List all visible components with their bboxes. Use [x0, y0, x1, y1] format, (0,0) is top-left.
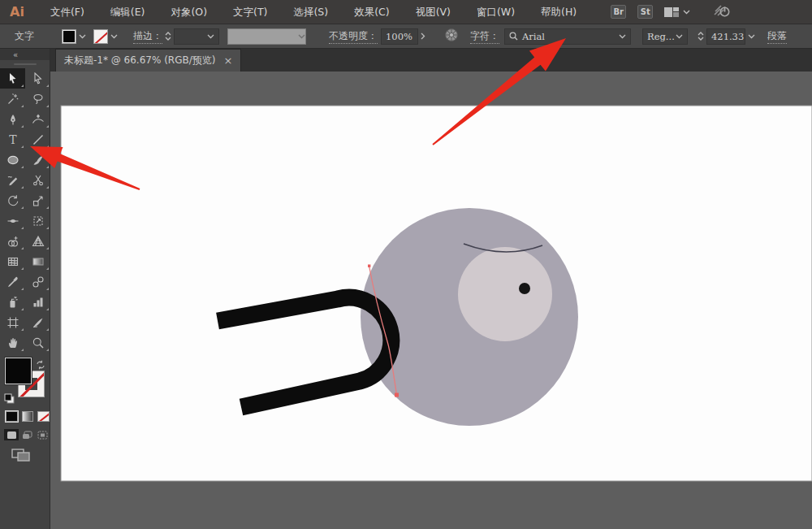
paintbrush-tool-icon[interactable]	[25, 150, 50, 170]
curvature-tool-icon[interactable]	[25, 109, 50, 129]
illustrator-logo: Ai	[10, 4, 24, 20]
draw-normal-button[interactable]	[4, 429, 19, 440]
control-bar: 文字 描边： 不透明度： 100% 字符： Arial Reg...	[0, 24, 812, 49]
shape-builder-tool-icon[interactable]	[0, 231, 25, 251]
color-mode-button[interactable]	[6, 411, 18, 422]
free-transform-tool-icon[interactable]	[25, 210, 50, 231]
draw-inside-button[interactable]	[35, 429, 50, 440]
perspective-grid-tool-icon[interactable]	[25, 231, 50, 251]
pen-tool-icon[interactable]	[0, 109, 25, 129]
menu-select[interactable]: 选择(S)	[280, 0, 341, 24]
slice-tool-icon[interactable]	[25, 312, 50, 332]
artboard-tool-icon[interactable]	[0, 312, 25, 332]
scissors-tool-icon[interactable]	[25, 170, 50, 190]
opacity-label[interactable]: 不透明度：	[329, 29, 378, 44]
line-segment-tool-icon[interactable]	[25, 129, 50, 150]
stroke-weight-stepper[interactable]	[165, 32, 171, 41]
stock-button[interactable]: St	[637, 5, 653, 19]
font-family-search[interactable]: Arial	[504, 28, 631, 45]
gradient-tool-icon[interactable]	[25, 251, 50, 271]
fill-proxy-swatch[interactable]	[5, 358, 32, 384]
change-screen-mode-button[interactable]	[0, 440, 50, 462]
search-icon	[509, 32, 518, 41]
panel-grip[interactable]	[14, 63, 37, 65]
menu-type[interactable]: 文字(T)	[220, 0, 280, 24]
default-fill-stroke-icon[interactable]	[4, 392, 15, 407]
menu-bar: Ai 文件(F) 编辑(E) 对象(O) 文字(T) 选择(S) 效果(C) 视…	[0, 0, 812, 24]
menu-edit[interactable]: 编辑(E)	[97, 0, 158, 24]
character-label[interactable]: 字符：	[470, 29, 499, 44]
gradient-mode-button[interactable]	[22, 411, 34, 422]
stroke-color-chevron-icon[interactable]	[108, 34, 120, 39]
tools-panel-header: «	[0, 49, 50, 60]
fill-color-chevron-icon[interactable]	[76, 34, 89, 39]
none-mode-button[interactable]	[37, 411, 50, 422]
font-size-stepper[interactable]	[698, 32, 704, 41]
menu-view[interactable]: 视图(V)	[403, 0, 464, 24]
context-label: 文字	[15, 29, 34, 43]
paragraph-label[interactable]: 段落	[767, 29, 787, 44]
fill-color-swatch[interactable]	[62, 29, 76, 44]
selection-tool-icon[interactable]	[0, 68, 25, 89]
rotate-tool-icon[interactable]	[0, 190, 25, 210]
character-eye[interactable]	[458, 247, 552, 341]
menu-effect[interactable]: 效果(C)	[341, 0, 402, 24]
column-graph-tool-icon[interactable]	[25, 292, 50, 312]
magic-wand-tool-icon[interactable]	[0, 89, 25, 109]
collapse-panel-icon[interactable]: «	[13, 50, 17, 59]
font-style-select[interactable]: Reg...	[642, 28, 688, 45]
width-profile-select[interactable]	[227, 28, 306, 45]
document-tab-title: 未标题-1* @ 66.67% (RGB/预览)	[64, 54, 215, 67]
font-family-value: Arial	[522, 31, 615, 42]
fill-stroke-indicator	[0, 356, 50, 405]
opacity-expand-icon[interactable]	[418, 33, 428, 40]
stroke-weight-select[interactable]	[174, 28, 219, 45]
character-pupil[interactable]	[519, 283, 530, 294]
recolor-artwork-icon[interactable]	[444, 28, 459, 45]
menu-file[interactable]: 文件(F)	[37, 0, 97, 24]
hand-tool-icon[interactable]	[0, 332, 25, 353]
stroke-color-swatch[interactable]	[93, 29, 108, 44]
zoom-tool-icon[interactable]	[25, 332, 50, 353]
drawing-modes-row	[0, 422, 50, 440]
direct-selection-tool-icon[interactable]	[25, 68, 50, 89]
mesh-tool-icon[interactable]	[0, 251, 25, 271]
font-size-chevron-icon[interactable]	[745, 34, 758, 39]
opacity-input[interactable]: 100%	[381, 28, 418, 45]
menu-help[interactable]: 帮助(H)	[528, 0, 590, 24]
document-tab-bar: 未标题-1* @ 66.67% (RGB/预览) ×	[50, 49, 812, 72]
tab-close-icon[interactable]: ×	[223, 55, 232, 66]
lasso-tool-icon[interactable]	[25, 89, 50, 109]
stroke-weight-label[interactable]: 描边：	[133, 29, 162, 44]
shaper-tool-icon[interactable]	[0, 170, 25, 190]
width-tool-icon[interactable]	[0, 210, 25, 231]
color-type-row	[0, 405, 50, 422]
draw-behind-button[interactable]	[19, 429, 34, 440]
draft-anchor-start[interactable]	[368, 265, 370, 267]
eyedropper-tool-icon[interactable]	[0, 271, 25, 292]
tools-panel: « T	[0, 49, 50, 529]
scale-tool-icon[interactable]	[25, 190, 50, 210]
gpu-performance-icon[interactable]	[713, 3, 731, 20]
swap-fill-stroke-icon[interactable]	[36, 358, 45, 373]
draft-anchor-point[interactable]	[395, 393, 399, 397]
workspace-switcher-icon[interactable]	[664, 7, 690, 18]
svg-text:T: T	[9, 133, 17, 146]
document-tab[interactable]: 未标题-1* @ 66.67% (RGB/预览) ×	[55, 49, 241, 72]
menu-window[interactable]: 窗口(W)	[464, 0, 528, 24]
menu-object[interactable]: 对象(O)	[158, 0, 220, 24]
blend-tool-icon[interactable]	[25, 271, 50, 292]
symbol-sprayer-tool-icon[interactable]	[0, 292, 25, 312]
type-tool-icon[interactable]: T	[0, 129, 25, 150]
ellipse-tool-icon[interactable]	[0, 150, 25, 170]
font-size-input[interactable]: 421.33	[706, 28, 745, 45]
bridge-button[interactable]: Br	[611, 5, 626, 19]
document-canvas[interactable]	[50, 72, 812, 529]
